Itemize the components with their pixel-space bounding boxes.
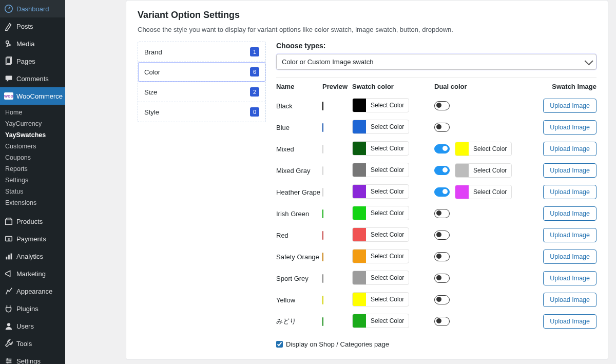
choose-types-label: Choose types: [276,42,596,50]
sidebar-item-marketing[interactable]: Marketing [0,265,65,282]
dual-color-toggle[interactable] [434,187,450,197]
col-dual: Dual color [434,83,524,90]
select-color-label: Select Color [469,164,511,177]
sidebar-item-products[interactable]: Products [0,213,65,230]
select-swatch-color-button[interactable]: Select Color [352,206,409,220]
sidebar-item-analytics[interactable]: Analytics [0,247,65,265]
sidebar-item-pages[interactable]: Pages [0,52,65,70]
dual-color-toggle[interactable] [434,317,450,326]
display-on-shop-checkbox-input[interactable] [276,341,283,348]
sidebar-subitem-coupons[interactable]: Coupons [0,152,65,163]
sidebar-item-media[interactable]: Media [0,35,65,52]
sidebar-item-payments[interactable]: $Payments [0,230,65,247]
upload-image-button[interactable]: Upload Image [543,250,596,264]
dual-color-toggle[interactable] [434,252,450,261]
select-swatch-color-button[interactable]: Select Color [352,184,409,199]
upload-image-button[interactable]: Upload Image [543,293,596,307]
sidebar-item-posts[interactable]: Posts [0,17,65,35]
select-color-label: Select Color [366,228,409,241]
users-icon [4,321,13,331]
svg-rect-5 [6,220,12,224]
swatch-row: Sport GreySelect ColorUpload Image [276,267,596,289]
swatch-preview [322,253,323,261]
upload-image-button[interactable]: Upload Image [543,314,596,329]
dual-color-toggle[interactable] [434,123,450,132]
upload-image-button[interactable]: Upload Image [543,206,596,221]
sidebar-item-label: Dashboard [16,5,49,13]
select-swatch-color-button[interactable]: Select Color [352,292,409,306]
display-on-shop-label: Display on Shop / Categories page [286,340,389,348]
sidebar-item-woocommerce[interactable]: wooWooCommerce [0,87,65,105]
upload-image-button[interactable]: Upload Image [543,99,596,113]
attribute-count-badge: 0 [250,107,259,117]
sidebar-subitem-yaycurrency[interactable]: YayCurrency [0,118,65,129]
upload-image-button[interactable]: Upload Image [543,185,596,199]
select-swatch-color-button[interactable]: Select Color [352,271,409,285]
dual-color-toggle[interactable] [434,231,450,240]
upload-image-button[interactable]: Upload Image [543,228,596,242]
sidebar-item-appearance[interactable]: Appearance [0,282,65,300]
select-dual-color-button[interactable]: Select Color [455,185,512,199]
attribute-item-color[interactable]: Color6 [138,62,265,82]
swatch-name: Black [276,102,322,110]
appearance-icon [4,286,13,296]
sidebar-subitem-home[interactable]: Home [0,107,65,118]
attribute-name: Brand [144,48,162,56]
dual-color-toggle[interactable] [434,166,450,175]
select-dual-color-button[interactable]: Select Color [455,163,512,178]
select-color-label: Select Color [366,142,409,155]
display-on-shop-checkbox[interactable]: Display on Shop / Categories page [276,340,596,348]
select-swatch-color-button[interactable]: Select Color [352,120,409,134]
sidebar-item-plugins[interactable]: Plugins [0,300,65,317]
select-swatch-color-button[interactable]: Select Color [352,227,409,242]
svg-point-13 [9,360,11,362]
sidebar-item-dashboard[interactable]: Dashboard [0,0,65,17]
select-color-label: Select Color [469,142,511,156]
choose-types-value: Color or Custom Image swatch [282,58,373,66]
sidebar-subitem-status[interactable]: Status [0,186,65,197]
select-swatch-color-button[interactable]: Select Color [352,98,409,112]
woo-icon: woo [4,91,13,101]
dual-color-toggle[interactable] [434,209,450,218]
swatch-preview [322,166,323,175]
sidebar-subitem-extensions[interactable]: Extensions [0,197,65,208]
dual-color-toggle[interactable] [434,144,450,154]
upload-image-button[interactable]: Upload Image [543,120,596,135]
sidebar-subitem-yayswatches[interactable]: YaySwatches [0,129,65,141]
attribute-item-style[interactable]: Style0 [138,102,265,122]
sidebar-subitem-reports[interactable]: Reports [0,163,65,175]
panel-title: Variant Option Settings [138,10,596,21]
upload-image-button[interactable]: Upload Image [543,142,596,156]
upload-image-button[interactable]: Upload Image [543,163,596,178]
sidebar-item-comments[interactable]: Comments [0,70,65,87]
choose-types-select[interactable]: Color or Custom Image swatch [276,54,596,70]
swatch-row: Safety OrangeSelect ColorUpload Image [276,246,596,267]
sidebar-item-label: Comments [16,75,49,83]
panel-description: Choose the style you want to display for… [138,26,596,33]
color-chip-icon [353,314,366,328]
dual-color-toggle[interactable] [434,274,450,283]
swatch-preview [322,209,323,218]
select-swatch-color-button[interactable]: Select Color [352,141,409,156]
attribute-item-size[interactable]: Size2 [138,82,265,102]
swatch-name: Yellow [276,296,322,304]
sidebar-item-settings[interactable]: Settings [0,352,65,364]
select-swatch-color-button[interactable]: Select Color [352,249,409,263]
sidebar-item-label: Users [16,322,34,330]
variant-option-settings-panel: Variant Option Settings Choose the style… [126,0,608,360]
marketing-icon [4,269,13,278]
upload-image-button[interactable]: Upload Image [543,271,596,285]
dual-color-toggle[interactable] [434,101,450,110]
sidebar-item-tools[interactable]: Tools [0,335,65,352]
sidebar-item-users[interactable]: Users [0,317,65,335]
swatch-preview [322,188,323,197]
sidebar-subitem-customers[interactable]: Customers [0,141,65,152]
dual-color-toggle[interactable] [434,295,450,304]
svg-rect-9 [8,255,10,259]
select-swatch-color-button[interactable]: Select Color [352,314,409,328]
sidebar-subitem-settings[interactable]: Settings [0,175,65,186]
color-chip-icon [353,120,366,133]
select-dual-color-button[interactable]: Select Color [455,142,512,156]
select-swatch-color-button[interactable]: Select Color [352,163,409,177]
attribute-item-brand[interactable]: Brand1 [138,42,265,62]
